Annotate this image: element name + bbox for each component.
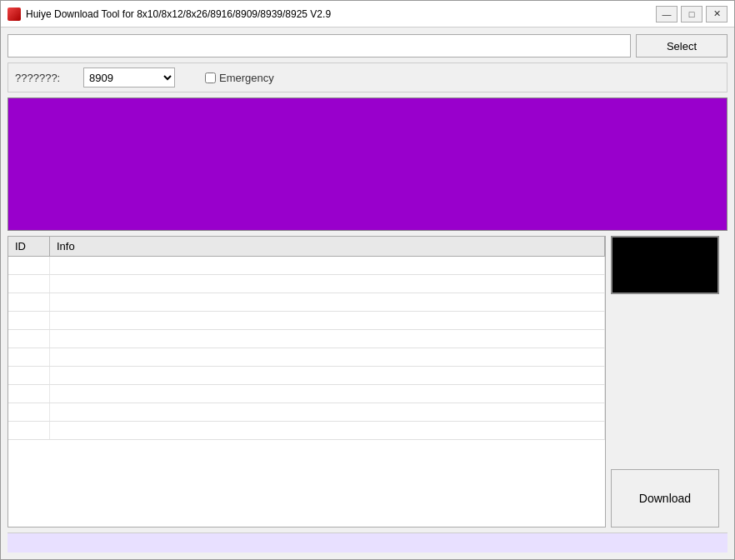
options-row: ???????: 8909 8x10 8x12 8x26 8916 8939 8… — [8, 62, 728, 92]
emergency-label: Emergency — [219, 72, 274, 84]
column-header-id: ID — [8, 237, 50, 256]
content-area: Select ???????: 8909 8x10 8x12 8x26 8916… — [1, 28, 734, 559]
table-rows — [8, 257, 605, 527]
download-button[interactable]: Download — [611, 469, 719, 528]
app-icon — [8, 8, 21, 21]
close-button[interactable]: ✕ — [706, 6, 728, 22]
table-row — [8, 403, 605, 422]
display-area — [8, 98, 728, 231]
file-input[interactable] — [8, 34, 631, 58]
emergency-section: Emergency — [205, 72, 274, 84]
table-row — [8, 312, 605, 330]
table-row — [8, 348, 605, 367]
bottom-section: ID Info — [8, 236, 728, 528]
column-header-info: Info — [50, 237, 605, 256]
table-row — [8, 385, 605, 403]
window-title: Huiye Download Tool for 8x10/8x12/8x26/8… — [26, 8, 656, 20]
minimize-button[interactable]: — — [656, 6, 678, 22]
table-row — [8, 275, 605, 293]
model-dropdown[interactable]: 8909 8x10 8x12 8x26 8916 8939 8925 — [83, 68, 175, 88]
table-row — [8, 330, 605, 348]
title-bar: Huiye Download Tool for 8x10/8x12/8x26/8… — [1, 1, 734, 28]
right-panel: Download — [611, 236, 728, 528]
status-bar — [8, 532, 728, 552]
table-row — [8, 257, 605, 275]
model-label: ???????: — [15, 72, 73, 84]
table-row — [8, 367, 605, 385]
emergency-checkbox[interactable] — [205, 72, 216, 83]
table-header: ID Info — [8, 237, 605, 257]
table-row — [8, 422, 605, 440]
main-window: Huiye Download Tool for 8x10/8x12/8x26/8… — [0, 0, 735, 560]
black-display — [611, 236, 719, 294]
window-controls: — □ ✕ — [656, 6, 728, 22]
info-table: ID Info — [8, 236, 606, 528]
restore-button[interactable]: □ — [681, 6, 702, 22]
select-button[interactable]: Select — [636, 34, 728, 58]
file-row: Select — [8, 34, 728, 58]
table-row — [8, 293, 605, 312]
